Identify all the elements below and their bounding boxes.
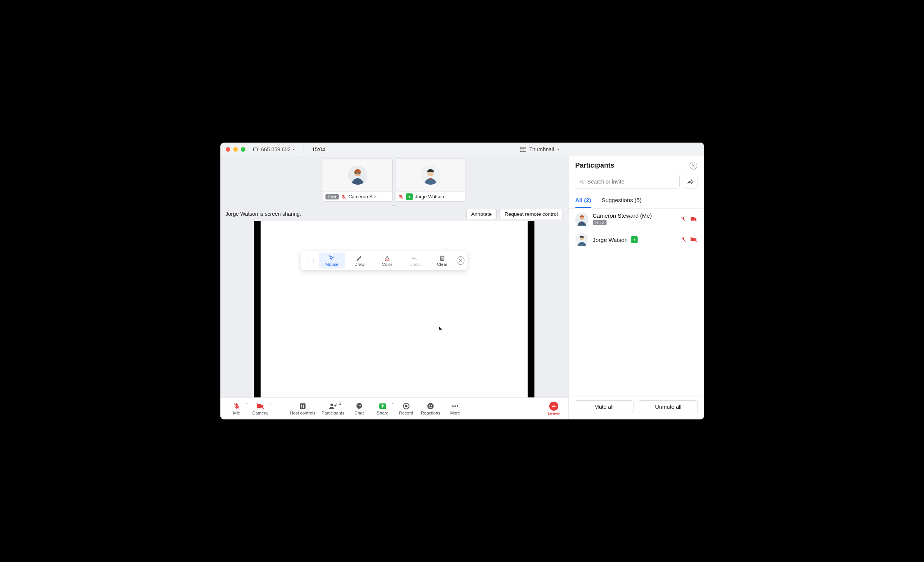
search-input-wrapper[interactable]	[575, 175, 680, 188]
more-button[interactable]: More	[443, 400, 467, 417]
sliders-icon	[299, 402, 307, 410]
search-input[interactable]	[588, 179, 676, 185]
control-label: Chat	[355, 411, 364, 415]
shared-screen-stage: ◣ ⋮⋮ Mouse Draw Color	[220, 221, 568, 397]
annotation-mouse-tool[interactable]: Mouse	[319, 253, 345, 268]
gallery-icon	[520, 147, 526, 152]
chevron-up-icon[interactable]: ˄	[392, 403, 394, 407]
participant-thumbnail[interactable]: Host Cameron Ste...	[323, 159, 393, 202]
svg-point-40	[457, 405, 458, 407]
svg-point-34	[405, 405, 407, 408]
tab-all[interactable]: All (2)	[575, 195, 591, 208]
view-mode-toggle[interactable]: Thumbnail ▾	[517, 145, 562, 154]
shared-screen-content[interactable]: ◣	[254, 221, 534, 397]
annotation-tool-label: Clear	[437, 262, 447, 267]
svg-text:+: +	[336, 402, 338, 406]
meeting-id-label: ID: 665 059 602	[253, 146, 291, 152]
thumbnail-name: Cameron Ste...	[349, 194, 380, 199]
host-badge: Host	[593, 220, 607, 225]
invite-button[interactable]	[683, 175, 698, 188]
meeting-controls: ˄ Mic ˄ Camera	[220, 397, 568, 419]
avatar	[348, 166, 367, 185]
mute-all-button[interactable]: Mute all	[575, 400, 634, 413]
panel-close-button[interactable]: ✕	[690, 162, 697, 170]
participant-name: Cameron Steward (Me)	[593, 212, 676, 219]
mic-muted-icon	[233, 402, 240, 410]
annotation-color-tool[interactable]: Color	[374, 253, 400, 268]
hangup-icon	[549, 402, 558, 411]
meeting-window: ID: 665 059 602 ▾ 15:04 Thumbnail ▾	[220, 143, 704, 419]
leave-button[interactable]: Leave	[544, 400, 563, 417]
fullscreen-window-button[interactable]	[241, 147, 245, 152]
annotation-clear-tool[interactable]: Clear	[429, 253, 455, 268]
annotation-toolbar: ⋮⋮ Mouse Draw Color Und	[301, 251, 468, 270]
chevron-up-icon[interactable]: ˄	[246, 403, 248, 407]
annotation-close-button[interactable]: ✕	[457, 256, 465, 265]
host-controls-button[interactable]: Host controls	[287, 400, 319, 417]
reactions-button[interactable]: Reactions	[418, 400, 443, 417]
annotate-button[interactable]: Annotate	[466, 209, 497, 219]
host-badge: Host	[325, 194, 339, 199]
annotation-tool-label: Color	[382, 262, 392, 267]
screen-share-icon	[406, 193, 413, 200]
svg-point-35	[427, 403, 434, 410]
record-button[interactable]: Record	[394, 400, 418, 417]
panel-title: Participants	[575, 162, 614, 170]
participant-thumbnail[interactable]: Jorge Watson	[396, 159, 465, 202]
request-remote-control-button[interactable]: Request remote control	[500, 209, 563, 219]
control-label: Reactions	[421, 411, 440, 415]
share-screen-icon	[379, 402, 387, 410]
chat-button[interactable]: Chat	[347, 400, 371, 417]
meeting-id-dropdown[interactable]: ID: 665 059 602 ▾	[253, 146, 295, 152]
avatar	[421, 166, 440, 185]
thumbnail-name: Jorge Watson	[415, 194, 444, 199]
mic-muted-icon	[680, 216, 687, 222]
participant-row[interactable]: Cameron Steward (Me) Host	[569, 209, 704, 229]
participant-name: Jorge Watson	[593, 237, 628, 243]
participant-row[interactable]: Jorge Watson	[569, 229, 704, 250]
thumbnail-video	[323, 159, 392, 192]
svg-point-38	[452, 405, 454, 407]
svg-point-41	[580, 180, 583, 183]
mic-toggle[interactable]: ˄ Mic	[225, 400, 248, 417]
main-area: Host Cameron Ste...	[220, 156, 568, 419]
close-window-button[interactable]	[226, 147, 230, 152]
share-status-bar: Jorge Watson is screen sharing. Annotate…	[220, 207, 568, 221]
svg-rect-20	[300, 403, 306, 409]
share-status-text: Jorge Watson is screen sharing.	[226, 211, 301, 217]
camera-muted-icon	[690, 217, 697, 222]
participants-count: 2	[339, 401, 341, 405]
collapse-thumbnails-button[interactable]: ︿	[220, 202, 568, 207]
svg-point-29	[357, 405, 358, 406]
participants-button[interactable]: 2 + Participants	[319, 400, 347, 417]
annotation-undo-tool: Undo	[402, 253, 428, 268]
chevron-down-icon: ▾	[293, 147, 295, 151]
annotation-tool-label: Draw	[354, 262, 365, 267]
divider	[303, 146, 303, 153]
search-icon	[579, 179, 585, 185]
control-label: Mic	[233, 411, 240, 415]
svg-point-37	[431, 405, 432, 406]
participants-icon: +	[328, 402, 338, 410]
control-label: Share	[377, 411, 388, 415]
annotation-draw-tool[interactable]: Draw	[346, 253, 372, 268]
avatar	[575, 213, 588, 226]
mic-muted-icon	[341, 194, 346, 199]
drag-handle-icon[interactable]: ⋮⋮	[304, 257, 317, 264]
unmute-all-button[interactable]: Unmute all	[639, 400, 698, 413]
svg-point-39	[454, 405, 456, 407]
share-button[interactable]: ˄ Share	[371, 400, 394, 417]
control-label: Participants	[322, 411, 344, 415]
tab-suggestions[interactable]: Suggestions (5)	[602, 195, 641, 208]
camera-toggle[interactable]: ˄ Camera	[248, 400, 272, 417]
thumbnail-video	[396, 159, 465, 192]
control-label: Host controls	[290, 411, 316, 415]
more-icon	[451, 402, 459, 410]
participants-panel: Participants ✕ All (2) Suggestions (5)	[568, 156, 704, 419]
reactions-icon	[427, 402, 434, 410]
mic-muted-icon	[398, 194, 404, 199]
chevron-up-icon[interactable]: ˄	[269, 403, 271, 407]
record-icon	[402, 402, 410, 410]
control-label: Record	[399, 411, 413, 415]
minimize-window-button[interactable]	[233, 147, 238, 152]
